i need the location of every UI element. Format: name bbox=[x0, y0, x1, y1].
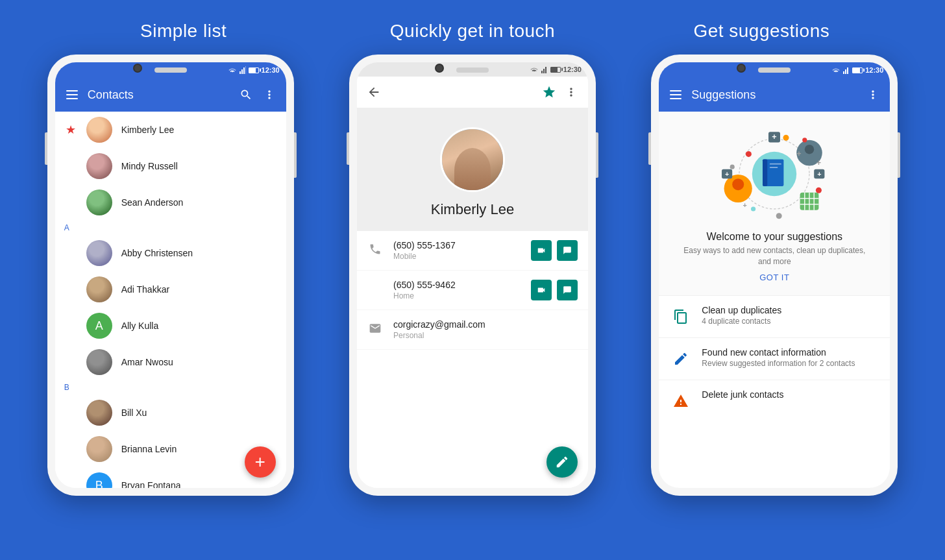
phone1-number: (650) 555-1367 bbox=[393, 240, 521, 250]
svg-rect-8 bbox=[845, 69, 846, 74]
contact-item-ally[interactable]: ★ A Ally Kulla bbox=[55, 308, 286, 344]
contact-name-ally: Ally Kulla bbox=[121, 321, 159, 331]
svg-text:+: + bbox=[817, 170, 821, 178]
wifi-icon-3 bbox=[831, 67, 841, 73]
more-vert-icon-2[interactable] bbox=[563, 84, 579, 100]
avatar-brianna bbox=[86, 436, 112, 462]
back-icon[interactable] bbox=[366, 84, 382, 100]
section-letter-b: B bbox=[55, 380, 286, 395]
svg-rect-2 bbox=[243, 67, 245, 74]
message-button-2[interactable] bbox=[557, 280, 578, 300]
contact-item-bill[interactable]: ★ Bill Xu bbox=[55, 395, 286, 431]
contact-name-abby: Abby Christensen bbox=[121, 248, 193, 258]
contact-name-adi: Adi Thakkar bbox=[121, 284, 169, 295]
suggestion-subtitle-new-info: Review suggested information for 2 conta… bbox=[702, 359, 855, 368]
svg-point-37 bbox=[751, 206, 755, 211]
signal-icon-2 bbox=[541, 66, 548, 73]
contact-name-bryan: Bryan Fontana bbox=[121, 480, 181, 488]
phone-3: 12:30 Suggestions bbox=[651, 55, 898, 496]
contact-item-kimberly[interactable]: ★ Kimberly Lee bbox=[55, 112, 286, 148]
phone-1-app-bar: Contacts bbox=[55, 78, 286, 112]
phone-1: 12:30 Contacts bbox=[47, 55, 294, 496]
phone-1-status-bar: 12:30 bbox=[55, 62, 286, 78]
detail-header bbox=[357, 77, 588, 108]
svg-text:+: + bbox=[743, 201, 747, 209]
got-it-button[interactable]: GOT IT bbox=[682, 273, 866, 282]
fab-plus-icon: + bbox=[254, 452, 265, 472]
phone-2: 12:30 bbox=[349, 55, 596, 496]
fab-edit-contact[interactable] bbox=[546, 446, 578, 478]
phone-3-btn-left bbox=[648, 132, 651, 165]
suggestion-title-junk: Delete junk contacts bbox=[702, 389, 783, 400]
edit-info-icon bbox=[669, 347, 693, 371]
suggestion-card-junk[interactable]: Delete junk contacts bbox=[659, 380, 890, 422]
suggestion-card-duplicates[interactable]: Clean up duplicates 4 duplicate contacts bbox=[659, 295, 890, 337]
video-call-button-1[interactable] bbox=[531, 240, 552, 261]
svg-rect-3 bbox=[245, 66, 246, 74]
info-row-email[interactable]: corgicrazy@gmail.com Personal bbox=[357, 310, 588, 350]
info-row-phone2[interactable]: (650) 555-9462 Home bbox=[357, 271, 588, 310]
phone-2-status-bar: 12:30 bbox=[357, 62, 588, 77]
avatar-body bbox=[454, 148, 491, 190]
suggestion-card-new-info[interactable]: Found new contact information Review sug… bbox=[659, 337, 890, 380]
email-address: corgicrazy@gmail.com bbox=[393, 319, 578, 330]
svg-point-35 bbox=[730, 165, 735, 169]
hamburger-icon[interactable] bbox=[64, 87, 80, 103]
phone-1-inner: 12:30 Contacts bbox=[55, 62, 286, 488]
svg-rect-6 bbox=[545, 67, 546, 73]
hero-contact-name: Kimberly Lee bbox=[431, 201, 514, 218]
contact-item-adi[interactable]: ★ Adi Thakkar bbox=[55, 271, 286, 308]
svg-point-34 bbox=[746, 151, 752, 157]
avatar-kimberly bbox=[86, 117, 112, 143]
suggestion-subtitle-duplicates: 4 duplicate contacts bbox=[702, 317, 781, 326]
phone2-actions bbox=[531, 280, 578, 300]
search-icon[interactable] bbox=[238, 87, 254, 103]
phone1-actions bbox=[531, 240, 578, 261]
svg-point-38 bbox=[776, 213, 782, 219]
more-vert-icon[interactable] bbox=[262, 87, 277, 103]
star-icon: ★ bbox=[64, 123, 77, 137]
avatar-adi bbox=[86, 276, 112, 302]
section-titles-row: Simple list Quickly get in touch Get sug… bbox=[0, 0, 945, 55]
svg-rect-15 bbox=[770, 167, 778, 168]
svg-text:+: + bbox=[772, 132, 777, 141]
star-favorite-icon[interactable] bbox=[541, 84, 557, 100]
hamburger-icon-3[interactable] bbox=[668, 87, 683, 103]
contact-item-amar[interactable]: ★ Amar Nwosu bbox=[55, 344, 286, 380]
welcome-title: Welcome to your suggestions bbox=[682, 231, 866, 243]
phone-icon bbox=[367, 243, 383, 259]
avatar-sean bbox=[86, 189, 112, 215]
hero-avatar bbox=[440, 127, 505, 192]
signal-icon bbox=[239, 66, 246, 74]
warning-icon bbox=[669, 389, 693, 413]
suggestions-illustration: + + + bbox=[716, 122, 833, 226]
fab-add-contact[interactable]: + bbox=[245, 446, 276, 478]
svg-rect-13 bbox=[763, 160, 767, 186]
avatar-ally: A bbox=[86, 313, 112, 339]
more-vert-icon-3[interactable] bbox=[865, 87, 881, 103]
svg-rect-1 bbox=[241, 69, 243, 74]
phone-1-btn-right bbox=[294, 132, 297, 178]
svg-text:+: + bbox=[816, 158, 821, 167]
phone-2-btn-left bbox=[347, 132, 349, 165]
contact-name-bill: Bill Xu bbox=[121, 408, 147, 418]
suggestion-text-duplicates: Clean up duplicates 4 duplicate contacts bbox=[702, 305, 781, 326]
phone2-content: (650) 555-9462 Home bbox=[393, 280, 521, 300]
phone-3-time: 12:30 bbox=[865, 66, 883, 74]
email-content: corgicrazy@gmail.com Personal bbox=[393, 319, 578, 340]
battery-icon-3 bbox=[852, 67, 863, 73]
info-row-phone1[interactable]: (650) 555-1367 Mobile bbox=[357, 231, 588, 271]
contact-item-abby[interactable]: ★ Abby Christensen bbox=[55, 235, 286, 271]
phone-1-title: Contacts bbox=[88, 88, 230, 102]
contact-item-mindy[interactable]: ★ Mindy Russell bbox=[55, 148, 286, 184]
phone1-content: (650) 555-1367 Mobile bbox=[393, 240, 521, 261]
video-call-button-2[interactable] bbox=[531, 280, 552, 300]
contact-item-sean[interactable]: ★ Sean Anderson bbox=[55, 184, 286, 221]
phone-1-contact-list: ★ Kimberly Lee ★ Mindy Russell ★ Sean An… bbox=[55, 112, 286, 488]
phones-row: 12:30 Contacts bbox=[0, 55, 945, 496]
message-button-1[interactable] bbox=[557, 240, 578, 261]
avatar-bill bbox=[86, 400, 112, 426]
hamburger-lines bbox=[66, 90, 78, 99]
suggestion-title-new-info: Found new contact information bbox=[702, 347, 855, 358]
avatar-bryan: B bbox=[86, 472, 112, 488]
